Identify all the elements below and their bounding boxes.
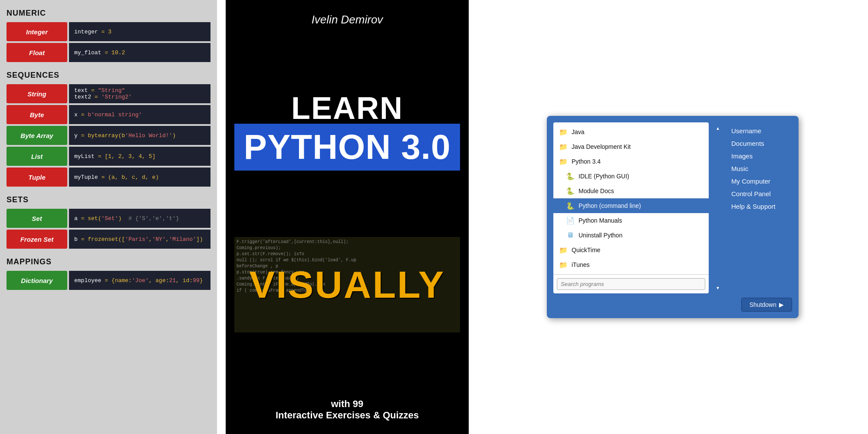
folder-icon: 📁 (559, 127, 568, 137)
menu-item-jdk[interactable]: 📁 Java Development Kit (553, 139, 709, 154)
numeric-section: NUMERIC Integer integer = 3 Float my_flo… (7, 9, 210, 62)
sequences-header: SEQUENCES (7, 71, 210, 80)
menu-item-itunes[interactable]: 📁 iTunes (553, 257, 709, 272)
menu-link-mycomputer[interactable]: My Computer (729, 176, 790, 186)
float-row: Float my_float = 10.2 (7, 43, 210, 62)
menu-item-python-cmd[interactable]: 🐍 Python (command line) (553, 198, 709, 213)
menu-item-idle[interactable]: 🐍 IDLE (Python GUI) (553, 169, 709, 184)
document-icon: 📄 (566, 216, 575, 225)
uninstall-icon: 🖥 (566, 230, 575, 240)
python-icon: 🐍 (566, 186, 575, 196)
book-title-section: LEARN PYTHON 3.0 (234, 92, 460, 171)
set-row: Set a = set('Set') # {'S','e','t'} (7, 209, 210, 228)
menu-link-documents[interactable]: Documents (729, 138, 790, 148)
integer-row: Integer integer = 3 (7, 22, 210, 41)
scroll-up-button[interactable]: ▲ (714, 124, 722, 132)
menu-scrollbar: ▲ ▼ (713, 122, 723, 293)
left-panel: NUMERIC Integer integer = 3 Float my_flo… (0, 0, 217, 434)
list-row: List myList = [1, 2, 3, 4, 5] (7, 147, 210, 166)
float-code: my_float = 10.2 (69, 43, 210, 62)
menu-item-module-docs[interactable]: 🐍 Module Docs (553, 184, 709, 198)
dictionary-code: employee = {name:'Joe', age:21, id:99} (69, 271, 210, 290)
mappings-section: MAPPINGS Dictionary employee = {name:'Jo… (7, 257, 210, 290)
integer-label: Integer (7, 22, 67, 41)
search-programs-input[interactable] (557, 278, 705, 290)
sets-section: SETS Set a = set('Set') # {'S','e','t'} … (7, 195, 210, 249)
menu-file-list: 📁 Java 📁 Java Development Kit 📁 Python 3… (553, 122, 709, 293)
integer-code: integer = 3 (69, 22, 210, 41)
menu-program-list: 📁 Java 📁 Java Development Kit 📁 Python 3… (553, 122, 709, 274)
menu-search-area (553, 274, 709, 293)
menu-bottom-bar: Shutdown ▶ (553, 298, 792, 312)
tuple-row: Tuple myTuple = (a, b, c, d, e) (7, 168, 210, 187)
numeric-header: NUMERIC (7, 9, 210, 18)
float-label: Float (7, 43, 67, 62)
tuple-code: myTuple = (a, b, c, d, e) (69, 168, 210, 187)
frozenset-code: b = frozenset(['Paris','NY','Milano']) (69, 230, 210, 249)
shutdown-arrow-icon: ▶ (779, 301, 784, 308)
tuple-label: Tuple (7, 168, 67, 187)
start-menu: 📁 Java 📁 Java Development Kit 📁 Python 3… (547, 116, 799, 318)
book-author: Ivelin Demirov (312, 13, 383, 26)
bytearray-row: Byte Array y = bytearray(b'Hello World!'… (7, 126, 210, 145)
bytearray-label: Byte Array (7, 126, 67, 145)
bytearray-code: y = bytearray(b'Hello World!') (69, 126, 210, 145)
menu-item-python-manuals[interactable]: 📄 Python Manuals (553, 213, 709, 228)
menu-link-username[interactable]: Username (729, 126, 790, 136)
sets-header: SETS (7, 195, 210, 204)
menu-body: 📁 Java 📁 Java Development Kit 📁 Python 3… (553, 122, 792, 293)
menu-link-music[interactable]: Music (729, 164, 790, 174)
menu-right-links: Username Documents Images Music My Compu… (727, 122, 792, 293)
string-row: String text = "String" text2 = 'String2' (7, 84, 210, 103)
frozenset-row: Frozen Set b = frozenset(['Paris','NY','… (7, 230, 210, 249)
dictionary-label: Dictionary (7, 271, 67, 290)
menu-link-images[interactable]: Images (729, 151, 790, 161)
menu-item-quicktime[interactable]: 📁 QuickTime (553, 243, 709, 257)
folder-icon: 📁 (559, 260, 568, 270)
menu-item-python34[interactable]: 📁 Python 3.4 (553, 154, 709, 169)
right-panel: 📁 Java 📁 Java Development Kit 📁 Python 3… (477, 0, 868, 434)
menu-item-java[interactable]: 📁 Java (553, 125, 709, 139)
book-python: PYTHON 3.0 (234, 124, 460, 171)
book-learn: LEARN (234, 92, 460, 124)
folder-icon: 📁 (559, 157, 568, 166)
book-subtitle-section: with 99 Interactive Exercises & Quizzes (276, 398, 419, 421)
mappings-header: MAPPINGS (7, 257, 210, 266)
book-visually: VISUALLY (249, 263, 445, 307)
string-label: String (7, 84, 67, 103)
set-code: a = set('Set') # {'S','e','t'} (69, 209, 210, 228)
list-code: myList = [1, 2, 3, 4, 5] (69, 147, 210, 166)
menu-link-control-panel[interactable]: Control Panel (729, 189, 790, 199)
shutdown-label: Shutdown (750, 301, 776, 308)
string-code: text = "String" text2 = 'String2' (69, 84, 210, 103)
dictionary-row: Dictionary employee = {name:'Joe', age:2… (7, 271, 210, 290)
python-icon: 🐍 (566, 171, 575, 181)
python-icon: 🐍 (566, 201, 575, 210)
sequences-section: SEQUENCES String text = "String" text2 =… (7, 71, 210, 187)
menu-item-uninstall-python[interactable]: 🖥 Uninstall Python (553, 228, 709, 243)
book-cover: Ivelin Demirov LEARN PYTHON 3.0 F.trigge… (226, 0, 469, 434)
scroll-down-button[interactable]: ▼ (714, 284, 722, 292)
set-label: Set (7, 209, 67, 228)
book-subtitle: Interactive Exercises & Quizzes (276, 410, 419, 421)
folder-icon: 📁 (559, 245, 568, 255)
byte-row: Byte x = b'normal string' (7, 105, 210, 124)
byte-code: x = b'normal string' (69, 105, 210, 124)
list-label: List (7, 147, 67, 166)
shutdown-button[interactable]: Shutdown ▶ (741, 298, 792, 312)
folder-icon: 📁 (559, 142, 568, 151)
menu-link-help-support[interactable]: Help & Support (729, 201, 790, 211)
book-with99: with 99 (276, 398, 419, 410)
byte-label: Byte (7, 105, 67, 124)
frozenset-label: Frozen Set (7, 230, 67, 249)
book-visually-section: F.trigger('afterLoad',{current:this},nul… (234, 237, 460, 332)
